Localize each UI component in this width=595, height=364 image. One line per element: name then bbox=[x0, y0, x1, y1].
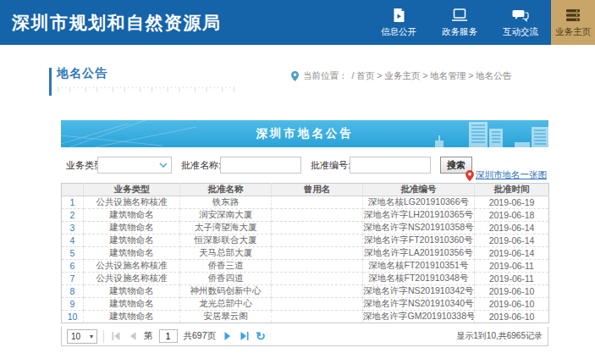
cell-former bbox=[272, 260, 363, 273]
cell-index: 7 bbox=[62, 273, 84, 285]
code-filter-input[interactable] bbox=[350, 157, 431, 174]
caret-down-icon: ▾ bbox=[90, 333, 93, 340]
breadcrumb-path[interactable]: / 首页 > 业务主页 > 地名管理 > 地名公告 bbox=[352, 70, 512, 82]
table-row[interactable]: 3建筑物命名太子湾望海大厦深地名许字NS201910358号2019-06-14 bbox=[62, 222, 549, 234]
banner-mesh-decoration bbox=[61, 120, 247, 147]
table-row[interactable]: 8建筑物命名神州数码创新中心深地名许字NS201910342号2019-06-1… bbox=[62, 285, 549, 298]
cell-former bbox=[272, 311, 363, 323]
cell-date: 2019-06-11 bbox=[475, 273, 549, 285]
cell-index: 8 bbox=[62, 285, 84, 298]
last-page-button[interactable] bbox=[239, 331, 250, 342]
heading-accent-bar bbox=[49, 68, 52, 96]
table-row[interactable]: 5建筑物命名天马总部大厦深地名许字LA201910356号2019-06-14 bbox=[62, 247, 549, 260]
nav-item-business-home[interactable]: 业务主页 bbox=[551, 0, 595, 45]
prev-page-button[interactable] bbox=[127, 331, 138, 342]
location-pin-icon bbox=[291, 71, 299, 81]
nav-item-info-disclosure[interactable]: 信息公开 bbox=[368, 0, 429, 45]
stack-icon bbox=[565, 8, 581, 23]
cell-type: 建筑物命名 bbox=[84, 234, 180, 247]
records-summary: 显示1到10,共6965记录 bbox=[456, 330, 543, 342]
cell-type: 建筑物命名 bbox=[84, 311, 180, 323]
cell-index: 2 bbox=[62, 209, 84, 222]
cell-code: 深地名核FT201910351号 bbox=[363, 260, 475, 273]
cell-name: 侨香三道 bbox=[180, 260, 272, 273]
breadcrumb: 当前位置： / 首页 > 业务主页 > 地名管理 > 地名公告 bbox=[291, 70, 511, 82]
cell-date: 2019-06-10 bbox=[475, 285, 549, 298]
cell-date: 2019-06-19 bbox=[475, 196, 549, 209]
cell-code: 深地名许字LH201910365号 bbox=[363, 209, 475, 222]
cell-former bbox=[272, 196, 363, 209]
cell-former bbox=[272, 298, 363, 311]
page-size-value: 10 bbox=[71, 332, 80, 341]
nav-item-label: 业务主页 bbox=[555, 26, 591, 38]
announcement-panel: 深圳市地名公告 业务类型: 批准名称: 批准编号 bbox=[61, 120, 548, 174]
page-size-select[interactable]: 10 ▾ bbox=[67, 329, 97, 344]
page-title: 地名公告 bbox=[57, 66, 236, 81]
table-row[interactable]: 4建筑物命名恒深影联合大厦深地名许字FT201910360号2019-06-14 bbox=[62, 234, 549, 247]
cell-name: 润安深南大厦 bbox=[180, 209, 272, 222]
code-filter-label: 批准编号: bbox=[311, 157, 350, 174]
cell-index: 4 bbox=[62, 234, 84, 247]
panel-banner: 深圳市地名公告 bbox=[61, 120, 548, 147]
table-row[interactable]: 7公共设施名称核准侨香四道深地名核FT201910348号2019-06-11 bbox=[62, 273, 549, 285]
table-row[interactable]: 1公共设施名称核准铁东路深地名核LG201910366号2019-06-19 bbox=[62, 196, 549, 209]
table-row[interactable]: 6公共设施名称核准侨香三道深地名核FT201910351号2019-06-11 bbox=[62, 260, 549, 273]
breadcrumb-prefix: 当前位置： bbox=[303, 70, 348, 82]
cell-index: 6 bbox=[62, 260, 84, 273]
col-header-code: 批准编号 bbox=[363, 184, 475, 196]
cell-index: 3 bbox=[62, 222, 84, 234]
cell-date: 2019-06-14 bbox=[475, 234, 549, 247]
cell-type: 建筑物命名 bbox=[84, 298, 180, 311]
col-header-name: 批准名称 bbox=[180, 184, 272, 196]
cell-name: 龙光总部中心 bbox=[180, 298, 272, 311]
cell-code: 深地名许字NS201910342号 bbox=[363, 285, 475, 298]
chat-icon bbox=[512, 8, 529, 23]
last-page-icon bbox=[240, 331, 250, 341]
cell-index: 1 bbox=[62, 196, 84, 209]
announcements-table: 业务类型 批准名称 曾用名 批准编号 批准时间 1公共设施名称核准铁东路深地名核… bbox=[61, 183, 549, 323]
name-filter-input[interactable] bbox=[220, 157, 301, 174]
cell-code: 深地名许字LA201910356号 bbox=[363, 247, 475, 260]
cell-former bbox=[272, 247, 363, 260]
cell-type: 公共设施名称核准 bbox=[84, 260, 180, 273]
cell-type: 建筑物命名 bbox=[84, 247, 180, 260]
cell-code: 深地名许字FT201910360号 bbox=[363, 234, 475, 247]
page-label-prefix: 第 bbox=[144, 330, 153, 342]
cell-former bbox=[272, 222, 363, 234]
cell-former bbox=[272, 209, 363, 222]
cell-index: 9 bbox=[62, 298, 84, 311]
cell-name: 天马总部大厦 bbox=[180, 247, 272, 260]
current-page-input[interactable] bbox=[159, 329, 178, 343]
monitor-icon bbox=[451, 8, 468, 23]
cell-code: 深地名核LG201910366号 bbox=[363, 196, 475, 209]
nav-item-label: 互动交流 bbox=[503, 26, 538, 38]
cell-code: 深地名许字GM201910338号 bbox=[363, 311, 475, 323]
nav-item-label: 政务服务 bbox=[442, 26, 477, 38]
cell-index: 5 bbox=[62, 247, 84, 260]
cell-type: 公共设施名称核准 bbox=[84, 196, 180, 209]
table-row[interactable]: 9建筑物命名龙光总部中心深地名许字NS201910340号2019-06-10 bbox=[62, 298, 549, 311]
cell-date: 2019-06-11 bbox=[475, 260, 549, 273]
cell-index: 10 bbox=[62, 311, 84, 323]
cell-former bbox=[272, 234, 363, 247]
type-filter-select[interactable] bbox=[97, 157, 172, 174]
table-row[interactable]: 10建筑物命名安居翠云阁深地名许字GM201910338号2019-06-10 bbox=[62, 311, 549, 323]
cell-code: 深地名许字NS201910340号 bbox=[363, 298, 475, 311]
nav-item-label: 信息公开 bbox=[381, 26, 416, 38]
section-heading: 地名公告 |''|'''|''|'''|''|'''|''|'''|''|'''… bbox=[49, 66, 236, 91]
map-link[interactable]: 深圳市地名一张图 bbox=[466, 169, 547, 181]
nav-item-interaction[interactable]: 互动交流 bbox=[490, 0, 551, 45]
next-page-button[interactable] bbox=[222, 331, 233, 342]
banner-title: 深圳市地名公告 bbox=[256, 126, 354, 141]
next-page-icon bbox=[223, 331, 233, 341]
cell-name: 铁东路 bbox=[180, 196, 272, 209]
cell-name: 恒深影联合大厦 bbox=[180, 234, 272, 247]
nav-item-gov-services[interactable]: 政务服务 bbox=[429, 0, 490, 45]
first-page-icon bbox=[111, 331, 121, 341]
cell-date: 2019-06-14 bbox=[475, 247, 549, 260]
table-body: 1公共设施名称核准铁东路深地名核LG201910366号2019-06-192建… bbox=[62, 196, 549, 323]
pagination-bar: 10 ▾ 第 共697页 ↻ bbox=[61, 327, 548, 346]
refresh-button[interactable]: ↻ bbox=[256, 330, 266, 342]
table-row[interactable]: 2建筑物命名润安深南大厦深地名许字LH201910365号2019-06-18 bbox=[62, 209, 549, 222]
first-page-button[interactable] bbox=[110, 331, 121, 342]
